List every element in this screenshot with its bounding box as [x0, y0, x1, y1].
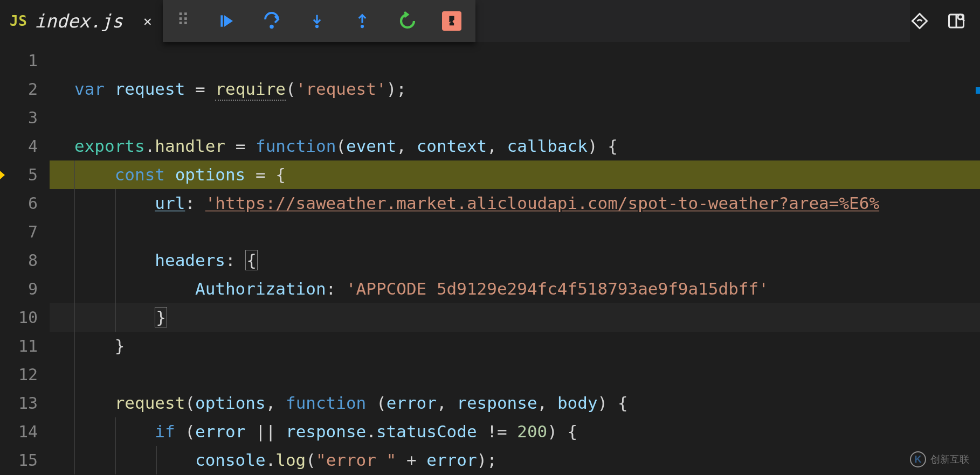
svg-point-10 — [361, 25, 364, 28]
line-number: 10 — [0, 303, 38, 332]
svg-point-6 — [270, 25, 274, 29]
watermark-icon: K — [910, 451, 926, 467]
step-into-button[interactable] — [306, 10, 328, 32]
code-line[interactable]: request(options, function (error, respon… — [50, 389, 980, 417]
line-number: 8 — [0, 246, 38, 275]
line-number: 5 — [0, 160, 38, 189]
code-line[interactable]: if (error || response.statusCode != 200)… — [50, 417, 980, 446]
tab-bar: JS index.js ✕ — [0, 0, 980, 42]
code-editor[interactable]: 1 2 3 4 5 6 7 8 9 10 11 12 13 14 15 var … — [0, 42, 980, 475]
split-editor-icon[interactable] — [947, 11, 966, 31]
line-number: 6 — [0, 189, 38, 218]
code-line[interactable]: } — [50, 303, 980, 332]
svg-point-8 — [315, 25, 319, 28]
code-line[interactable] — [50, 46, 980, 75]
stop-button[interactable] — [442, 11, 461, 31]
code-content[interactable]: var request = require('request'); export… — [50, 42, 980, 475]
drag-handle-icon[interactable] — [177, 17, 192, 25]
editor-tab-indexjs[interactable]: JS index.js ✕ — [0, 0, 167, 42]
code-line[interactable]: Authorization: 'APPCODE 5d9129e294fc4f51… — [50, 275, 980, 303]
line-number-gutter: 1 2 3 4 5 6 7 8 9 10 11 12 13 14 15 — [0, 42, 50, 475]
line-number: 3 — [0, 103, 38, 132]
line-number: 9 — [0, 275, 38, 303]
current-execution-marker — [0, 167, 5, 183]
debug-toolbar[interactable] — [163, 0, 475, 42]
close-tab-icon[interactable]: ✕ — [143, 13, 152, 29]
code-line[interactable] — [50, 360, 980, 389]
watermark-text: 创新互联 — [930, 453, 969, 466]
code-line[interactable]: headers: { — [50, 246, 980, 275]
line-number: 11 — [0, 332, 38, 360]
source-control-icon[interactable] — [910, 11, 929, 31]
code-line-current[interactable]: const options = { — [50, 160, 980, 189]
line-number: 15 — [0, 446, 38, 474]
code-line[interactable] — [50, 218, 980, 246]
line-number: 13 — [0, 389, 38, 417]
code-line[interactable]: console.log("error " + error); — [50, 446, 980, 474]
svg-rect-4 — [220, 15, 223, 26]
line-number: 7 — [0, 218, 38, 246]
line-number: 4 — [0, 132, 38, 160]
svg-marker-5 — [224, 15, 233, 26]
line-number: 2 — [0, 75, 38, 103]
code-line[interactable] — [50, 103, 980, 132]
restart-button[interactable] — [397, 10, 418, 32]
step-out-button[interactable] — [351, 10, 373, 32]
code-line[interactable]: var request = require('request'); — [50, 75, 980, 103]
line-number: 1 — [0, 46, 38, 75]
code-line[interactable]: exports.handler = function(event, contex… — [50, 132, 980, 160]
line-number: 12 — [0, 360, 38, 389]
line-number: 14 — [0, 417, 38, 446]
tab-actions — [910, 0, 980, 42]
code-line[interactable]: } — [50, 332, 980, 360]
step-over-button[interactable] — [261, 10, 282, 32]
watermark: K 创新互联 — [910, 451, 969, 467]
code-line[interactable]: url: 'https://saweather.market.aliclouda… — [50, 189, 980, 218]
js-badge: JS — [10, 13, 27, 29]
tab-filename: index.js — [34, 10, 123, 32]
continue-button[interactable] — [216, 10, 237, 32]
